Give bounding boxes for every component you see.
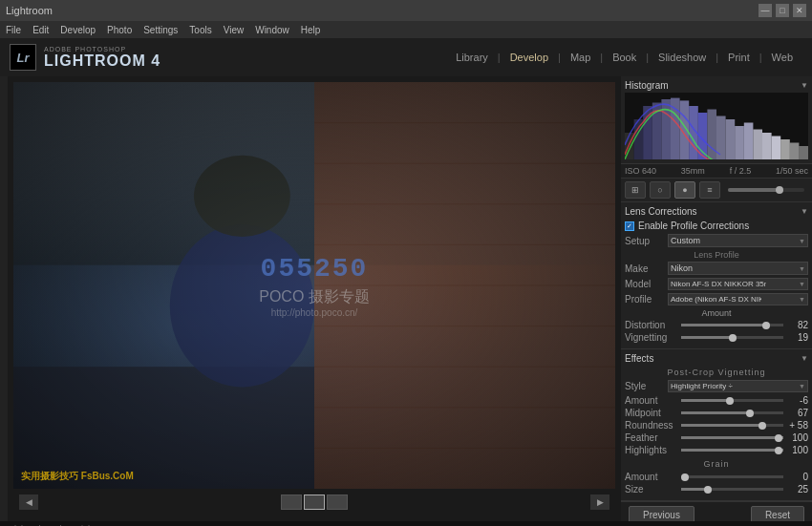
svg-rect-34	[799, 146, 808, 159]
module-web[interactable]: Web	[762, 52, 802, 63]
aperture-value: f / 2.5	[730, 166, 752, 176]
enable-corrections-label: Enable Profile Corrections	[638, 221, 749, 231]
menu-edit[interactable]: Edit	[32, 25, 49, 35]
profile-value: Adobe (Nikon AF-S DX NIKKO...	[671, 295, 761, 304]
shutter-value: 1/50 sec	[776, 166, 808, 176]
tool-circle[interactable]: ○	[650, 181, 671, 199]
bottom-buttons: Previous Reset	[621, 501, 812, 521]
tool-dot[interactable]: ●	[674, 181, 695, 199]
window-controls: — □ ✕	[759, 4, 806, 17]
model-row: Model Nikon AF-S DX NIKKOR 35mm... ▼	[625, 278, 808, 290]
svg-rect-29	[753, 130, 762, 160]
svg-rect-27	[735, 126, 744, 159]
grain-size-row: Size 25	[625, 484, 808, 494]
histogram-toggle[interactable]: ▼	[801, 81, 808, 90]
effects-toggle[interactable]: ▼	[801, 354, 808, 363]
amount-section-label: Amount	[625, 308, 808, 318]
filmstrip-thumb-1[interactable]	[281, 494, 302, 510]
menu-help[interactable]: Help	[301, 25, 321, 35]
effects-label: Effects	[625, 353, 653, 364]
profile-row: Profile Adobe (Nikon AF-S DX NIKKO... ▼	[625, 293, 808, 305]
distortion-track[interactable]	[681, 324, 783, 326]
filmstrip-thumbs	[281, 494, 348, 510]
logo-area: Lr ADOBE PHOTOSHOP LIGHTROOM 4	[10, 44, 160, 71]
module-develop[interactable]: Develop	[501, 52, 558, 63]
lens-corrections-header[interactable]: Lens Corrections ▼	[625, 206, 808, 217]
histogram-label: Histogram	[625, 80, 669, 91]
enable-corrections-row: ✓ Enable Profile Corrections	[625, 221, 808, 231]
svg-rect-28	[744, 123, 754, 160]
style-row: Style Highlight Priority ÷ ▼	[625, 380, 808, 392]
vignetting-track[interactable]	[681, 336, 783, 339]
filmstrip-thumb-3[interactable]	[327, 494, 348, 510]
effects-amount-track[interactable]	[681, 399, 783, 402]
histogram-canvas	[625, 93, 808, 159]
model-label: Model	[625, 279, 668, 289]
enable-corrections-checkbox[interactable]: ✓	[625, 221, 634, 231]
setup-row: Setup Custom ▼	[625, 234, 808, 247]
tool-grid[interactable]: ⊞	[625, 181, 646, 199]
profile-dropdown[interactable]: Adobe (Nikon AF-S DX NIKKO... ▼	[668, 293, 808, 305]
menu-view[interactable]: View	[224, 25, 245, 35]
module-book[interactable]: Book	[603, 52, 646, 63]
left-panel-handle[interactable]	[0, 76, 8, 521]
title-bar: Lightroom — □ ✕	[0, 0, 812, 21]
menu-tools[interactable]: Tools	[189, 25, 211, 35]
status-bar: Adobe Photoshop Lightroom 4	[0, 521, 812, 526]
previous-button[interactable]: Previous	[629, 506, 694, 521]
vignetting-row: Vignetting 19	[625, 332, 808, 343]
roundness-value: + 58	[787, 420, 808, 431]
menu-photo[interactable]: Photo	[107, 25, 132, 35]
svg-rect-30	[762, 133, 772, 159]
module-nav: Library | Develop | Map | Book | Slidesh…	[446, 52, 802, 63]
svg-rect-24	[707, 110, 716, 160]
module-map[interactable]: Map	[561, 52, 600, 63]
reset-button[interactable]: Reset	[751, 506, 804, 521]
lens-corrections-toggle[interactable]: ▼	[801, 207, 808, 216]
center-area: 055250 POCO 摄影专题 http://photo.poco.cn/ 实…	[8, 76, 621, 521]
photo-background	[13, 82, 615, 489]
effects-amount-value: -6	[787, 395, 808, 406]
grain-amount-row: Amount 0	[625, 472, 808, 482]
close-button[interactable]: ✕	[793, 4, 806, 17]
menu-settings[interactable]: Settings	[143, 25, 178, 35]
svg-rect-32	[780, 139, 790, 159]
style-dropdown[interactable]: Highlight Priority ÷ ▼	[668, 380, 808, 392]
module-print[interactable]: Print	[718, 52, 759, 63]
grain-amount-track[interactable]	[681, 475, 783, 478]
highlights-value: 100	[787, 445, 808, 455]
tone-slider-track[interactable]	[728, 188, 804, 192]
setup-dropdown[interactable]: Custom ▼	[668, 234, 808, 247]
module-slideshow[interactable]: Slideshow	[649, 52, 716, 63]
make-label: Make	[625, 263, 668, 274]
grain-amount-label: Amount	[625, 472, 677, 482]
svg-rect-31	[772, 137, 781, 160]
lens-corrections-section: Lens Corrections ▼ ✓ Enable Profile Corr…	[621, 202, 812, 349]
style-value: Highlight Priority ÷	[671, 382, 733, 390]
menu-develop[interactable]: Develop	[60, 25, 96, 35]
filmstrip: ◀ ▶	[13, 489, 615, 515]
tool-lines[interactable]: ≡	[699, 181, 720, 199]
vignetting-value: 19	[787, 332, 808, 343]
filmstrip-thumb-2[interactable]	[304, 494, 325, 510]
grain-size-track[interactable]	[681, 488, 783, 491]
minimize-button[interactable]: —	[759, 4, 772, 17]
menu-window[interactable]: Window	[255, 25, 289, 35]
feather-value: 100	[787, 432, 808, 443]
highlights-track[interactable]	[681, 449, 783, 452]
profile-label: Profile	[625, 294, 668, 305]
feather-track[interactable]	[681, 436, 783, 439]
image-container: 055250 POCO 摄影专题 http://photo.poco.cn/ 实…	[13, 82, 615, 489]
menu-file[interactable]: File	[6, 25, 21, 35]
module-library[interactable]: Library	[446, 52, 498, 63]
roundness-track[interactable]	[681, 424, 783, 427]
midpoint-track[interactable]	[681, 411, 783, 414]
effects-header[interactable]: Effects ▼	[625, 353, 808, 364]
maximize-button[interactable]: □	[776, 4, 789, 17]
make-dropdown[interactable]: Nikon ▼	[668, 262, 808, 275]
model-dropdown[interactable]: Nikon AF-S DX NIKKOR 35mm... ▼	[668, 278, 808, 290]
filmstrip-right-arrow[interactable]: ▶	[590, 494, 609, 510]
app-title: Lightroom	[6, 5, 53, 16]
filmstrip-left-arrow[interactable]: ◀	[19, 494, 38, 510]
svg-rect-19	[661, 99, 671, 159]
